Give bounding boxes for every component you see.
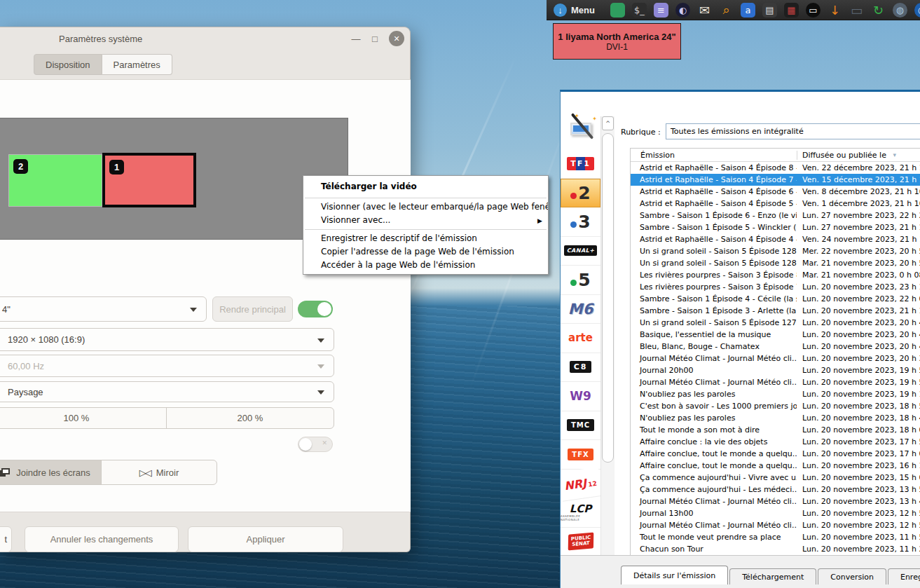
panel-icon-app-a[interactable]: a <box>741 3 755 18</box>
panel-icon-video[interactable]: ▤ <box>762 3 777 18</box>
cancel-changes-button[interactable]: Annuler les changements <box>25 526 179 552</box>
list-row[interactable]: Journal 13h00 Lun. 20 novembre 2023, 12 … <box>631 507 920 519</box>
scroll-up-arrow[interactable]: ^ <box>602 116 614 130</box>
channel-canalplus[interactable]: CANAL+ <box>561 237 600 266</box>
list-row[interactable]: Astrid et Raphaëlle - Saison 4 Épisode 5… <box>631 198 920 210</box>
fractional-scaling-toggle[interactable]: ✕ <box>298 437 333 452</box>
channel-tmc[interactable]: TMC <box>561 411 600 441</box>
list-row[interactable]: Astrid et Raphaëlle - Saison 4 Épisode 6… <box>631 186 920 198</box>
list-row[interactable]: Sambre - Saison 1 Épisode 6 - Enzo (le v… <box>631 210 920 221</box>
list-row[interactable]: Un si grand soleil - Saison 5 Épisode 12… <box>631 317 920 329</box>
orientation-dropdown[interactable]: Paysage <box>0 381 334 402</box>
list-row[interactable]: Les rivières pourpres - Saison 3 Épisode… <box>631 281 920 293</box>
panel-icon-files[interactable] <box>610 3 625 18</box>
list-row[interactable]: C'est bon à savoir - Les 1000 premiers j… <box>631 400 920 412</box>
channel-c8[interactable]: C8 <box>561 353 600 383</box>
panel-icon-remote[interactable]: ▦ <box>784 3 799 18</box>
panel-icon-mail[interactable]: ✉ <box>697 3 712 18</box>
list-row[interactable]: Affaire conclue, tout le monde a quelqu.… <box>631 460 920 472</box>
list-row[interactable]: Tout le monde a son mot à dire Lun. 20 n… <box>631 424 920 436</box>
scale-scale-100[interactable]: 100 % <box>0 408 167 428</box>
list-row[interactable]: Un si grand soleil - Saison 5 Épisode 12… <box>631 257 920 269</box>
channel-france5[interactable]: 5 <box>561 266 600 295</box>
list-row[interactable]: Journal Météo Climat - Journal Météo cli… <box>631 376 920 388</box>
detect-displays-button-partial[interactable]: t <box>0 526 12 552</box>
monitor-enabled-toggle[interactable] <box>298 301 333 317</box>
list-row[interactable]: N'oubliez pas les paroles Lun. 20 novemb… <box>631 412 920 424</box>
list-row[interactable]: N'oubliez pas les paroles Lun. 20 novemb… <box>631 388 920 400</box>
menu-item-visionner-avec[interactable]: Visionner avec... ▶ <box>303 214 548 227</box>
panel-icon-text-editor[interactable]: ≡ <box>654 3 668 18</box>
panel-icon-display-settings[interactable]: ▭ <box>806 3 821 18</box>
list-row[interactable]: Un si grand soleil - Saison 5 Épisode 12… <box>631 245 920 257</box>
panel-icon-browser[interactable]: ◍ <box>893 3 907 18</box>
list-row[interactable]: Astrid et Raphaëlle - Saison 4 Épisode 7… <box>631 174 920 186</box>
channel-arte[interactable]: arte <box>561 324 600 353</box>
list-row[interactable]: Tout le monde veut prendre sa place Lun.… <box>631 531 920 543</box>
list-row[interactable]: Journal Météo Climat - Journal Météo cli… <box>631 519 920 531</box>
list-row[interactable]: Affaire conclue, tout le monde a quelqu.… <box>631 448 920 460</box>
list-row[interactable]: Chacun son Tour Lun. 20 novembre 2023, 1… <box>631 543 920 555</box>
maximize-button[interactable]: □ <box>370 34 380 44</box>
list-row[interactable]: Affaire conclue : la vie des objets Lun.… <box>631 436 920 448</box>
tab-conversion[interactable]: Conversion <box>818 568 886 584</box>
join-screens-button[interactable]: Joindre les écrans <box>0 460 102 484</box>
list-row[interactable]: Sambre - Saison 1 Épisode 3 - Arlette (l… <box>631 305 920 317</box>
minimize-button[interactable]: — <box>351 34 361 44</box>
menu-item-telecharger[interactable]: Télécharger la vidéo <box>303 178 548 196</box>
channel-publicsenat[interactable]: PUBLIC SÉNAT <box>561 528 600 557</box>
list-row[interactable]: Astrid et Raphaëlle - Saison 4 Épisode 8… <box>631 162 920 174</box>
tab-disposition[interactable]: Disposition <box>34 54 102 75</box>
list-row[interactable]: Sambre - Saison 1 Épisode 5 - Winckler (… <box>631 221 920 233</box>
channel-scrollbar-thumb[interactable] <box>602 133 614 463</box>
channel-france3[interactable]: 3 <box>561 207 600 237</box>
list-row[interactable]: Sambre - Saison 1 Épisode 4 - Cécile (la… <box>631 293 920 305</box>
column-header-date[interactable]: Diffusée ou publiée le ▾ <box>797 151 920 160</box>
monitor-select-dropdown[interactable]: 4" <box>0 296 207 322</box>
list-row[interactable]: Journal Météo Climat - Journal Météo cli… <box>631 353 920 364</box>
channel-m6[interactable]: M6 <box>561 295 600 324</box>
monitor-thumbnail-1[interactable]: 1 <box>102 153 196 207</box>
menu-item-enregistrer-descriptif[interactable]: Enregistrer le descriptif de l'émission <box>303 232 548 245</box>
tab-enregistrement[interactable]: Enregistrement <box>888 568 920 584</box>
rubrique-combobox[interactable]: Toutes les émissions en intégralité <box>666 123 920 139</box>
list-row[interactable]: Journal 20h00 Lun. 20 novembre 2023, 19 … <box>631 364 920 376</box>
apply-button[interactable]: Appliquer <box>188 526 343 552</box>
display-layout-area[interactable]: 2 1 <box>0 118 348 240</box>
menu-button[interactable]: ↓ Menu <box>551 4 598 17</box>
list-row[interactable]: Ça commence aujourd'hui - Vivre avec u..… <box>631 472 920 484</box>
refresh-rate-dropdown[interactable]: 60,00 Hz <box>0 355 334 377</box>
channel-france2[interactable]: 2 <box>561 179 600 208</box>
resolution-dropdown[interactable]: 1920 × 1080 (16:9) <box>0 328 334 351</box>
panel-icon-terminal[interactable]: $_ <box>632 3 647 18</box>
mirror-button[interactable]: ▷◁ Miroir <box>102 460 217 484</box>
tab-telechargement[interactable]: Téléchargement <box>729 568 816 584</box>
list-row[interactable]: Journal Météo Climat - Journal Météo cli… <box>631 495 920 507</box>
close-button[interactable]: ✕ <box>389 31 404 46</box>
list-row[interactable]: Astrid et Raphaëlle - Saison 4 Épisode 4… <box>631 233 920 245</box>
channel-lcp[interactable]: LCPASSEMBLÉE NATIONALE <box>561 498 600 528</box>
make-primary-button[interactable]: Rendre principal <box>212 296 293 322</box>
scale-scale-200[interactable]: 200 % <box>167 408 334 428</box>
panel-icon-search[interactable]: ⌕ <box>719 3 734 18</box>
list-row[interactable]: Les rivières pourpres - Saison 3 Épisode… <box>631 269 920 281</box>
list-row[interactable]: Ça commence aujourd'hui - Les médeci... … <box>631 484 920 495</box>
panel-icon-signal[interactable]: ◎ <box>914 3 920 18</box>
menu-item-copier-adresse[interactable]: Copier l'adresse de la page Web de l'émi… <box>303 245 548 259</box>
channel-tfx[interactable]: TFX <box>561 440 600 470</box>
monitor-thumbnail-2[interactable]: 2 <box>8 154 102 207</box>
channel-scrollbar[interactable]: ^ <box>600 116 615 565</box>
menu-item-visionner-embarque[interactable]: Visionner (avec le lecteur embarqué/la p… <box>303 200 548 214</box>
channel-tf1[interactable]: TF1 <box>561 149 600 179</box>
list-row[interactable]: Basique, l'essentiel de la musique Lun. … <box>631 329 920 341</box>
panel-icon-eclipse[interactable]: ◐ <box>675 3 690 18</box>
panel-icon-download[interactable]: ↓ <box>828 3 842 18</box>
tab-details[interactable]: Détails sur l'émission <box>621 566 728 584</box>
channel-w9[interactable]: W9 <box>561 382 600 411</box>
wizard-icon[interactable]: ✦ ✦ <box>569 113 598 145</box>
panel-icon-sync[interactable]: ↻ <box>871 3 886 18</box>
tab-parametres[interactable]: Paramètres <box>102 54 172 75</box>
channel-nrj12[interactable]: NRJ12 <box>560 467 603 501</box>
menu-item-acceder-page[interactable]: Accéder à la page Web de l'émission <box>303 259 548 272</box>
list-row[interactable]: Bleu, Blanc, Bouge - Chamatex Lun. 20 no… <box>631 341 920 353</box>
